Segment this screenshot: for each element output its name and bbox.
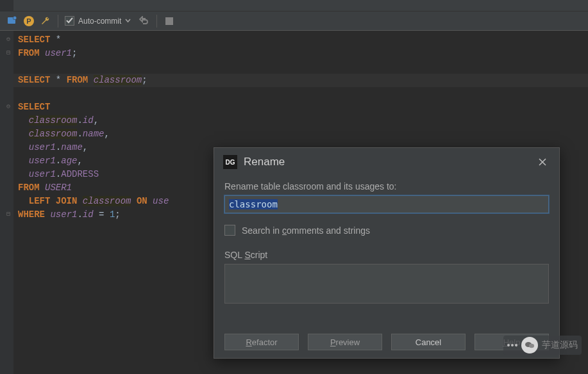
close-button[interactable] [535,154,550,170]
auto-commit-toggle[interactable]: Auto-commit [65,16,131,26]
rename-input[interactable] [224,195,549,213]
code-line [18,87,169,101]
code-line: user1.age, [18,154,169,168]
fold-marker[interactable]: ⊖ [6,36,12,42]
console-icon[interactable] [5,14,19,28]
code-line: FROM USER1 [18,181,169,195]
p-circle-icon[interactable]: P [22,14,36,28]
fold-marker[interactable]: ⊟ [6,211,12,216]
chevron-down-icon [125,18,131,24]
code-line: classroom.name, [18,127,169,141]
preview-button[interactable]: Preview [308,334,382,350]
watermark-text: 芋道源码 [542,339,578,351]
watermark: 芋道源码 [503,336,582,355]
tab-bar [0,0,588,12]
checkbox-checked-icon [65,16,74,26]
code-line: classroom.id, [18,114,169,127]
watermark-dots-icon [507,344,517,346]
rename-dialog: DG Rename Rename table classroom and its… [214,147,560,359]
code-line: user1.name, [18,141,169,154]
sql-script-box[interactable] [224,264,549,304]
checkbox-unchecked-icon [224,225,235,236]
undo-button[interactable] [137,14,151,28]
tab-bar-left [0,0,13,12]
stop-button[interactable] [162,14,176,28]
fold-marker[interactable]: ⊟ [6,49,12,55]
svg-point-2 [13,16,17,19]
wrench-icon[interactable] [38,14,53,28]
code-line: WHERE user1.id = 1; [18,208,169,222]
editor-gutter: ⊖ ⊟ ⊖ ⊟ [0,31,13,374]
svg-point-6 [529,344,534,348]
dialog-button-row: Refactor Preview Cancel Help [224,334,549,350]
sql-script-label: SQL Script [224,250,549,260]
code-line: FROM user1; [18,47,169,60]
code-line: SELECT * FROM classroom; [18,74,169,87]
dialog-body: Rename table classroom and its usages to… [214,181,559,304]
toolbar-separator [58,15,58,28]
code-line: SELECT * [18,33,169,47]
code-line: user1.ADDRESS [18,168,169,181]
cancel-button[interactable]: Cancel [391,334,466,350]
code-line: LEFT JOIN classroom ON use [18,195,169,208]
dg-badge-icon: DG [223,155,237,169]
fold-marker[interactable]: ⊖ [6,103,12,109]
search-comments-checkbox[interactable]: Search in comments and strings [224,225,549,236]
stop-icon [165,17,173,25]
dialog-title: Rename [244,156,285,168]
toolbar: P Auto-commit [0,12,588,31]
wechat-icon [521,337,538,354]
rename-prompt: Rename table classroom and its usages to… [224,181,549,191]
dialog-titlebar: DG Rename [214,148,559,176]
search-comments-label: Search in comments and strings [242,225,370,236]
code-editor[interactable]: SELECT *FROM user1; SELECT * FROM classr… [18,33,169,222]
toolbar-separator [156,15,157,28]
svg-text:P: P [26,17,31,25]
code-line: SELECT [18,101,169,114]
auto-commit-label: Auto-commit [78,17,121,26]
code-line [18,60,169,74]
refactor-button[interactable]: Refactor [224,334,299,350]
